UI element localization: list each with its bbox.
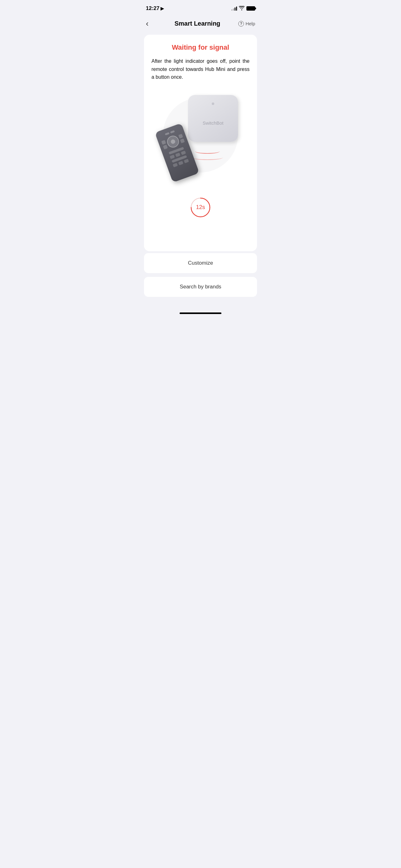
remote-side-right xyxy=(178,134,185,143)
remote-left-btn-1 xyxy=(161,140,166,145)
search-by-brands-label: Search by brands xyxy=(179,284,221,290)
hub-device: SwitchBot xyxy=(188,95,238,142)
timer-text: 12s xyxy=(196,204,205,211)
status-icons xyxy=(231,6,255,11)
waiting-title: Waiting for signal xyxy=(152,43,249,52)
remote-sq-btn-1 xyxy=(170,155,175,159)
location-icon: ▶ xyxy=(161,6,164,11)
device-illustration: SwitchBot xyxy=(157,89,244,189)
help-button[interactable]: ? Help xyxy=(233,21,255,27)
customize-label: Customize xyxy=(188,260,213,266)
remote-top-buttons xyxy=(165,130,175,135)
help-icon-label: ? xyxy=(240,22,242,26)
remote-sq-btn-3 xyxy=(181,151,186,155)
countdown-timer: 12s xyxy=(189,196,212,219)
page-title: Smart Learning xyxy=(162,20,233,27)
signal-bars-icon xyxy=(231,6,237,11)
remote-circle xyxy=(166,134,181,149)
remote-left-btn-2 xyxy=(163,145,168,149)
back-icon: ‹ xyxy=(146,19,149,28)
remote-sq-btn-6 xyxy=(184,159,189,163)
signal-waves xyxy=(195,149,223,161)
spacer xyxy=(152,225,249,244)
time-label: 12:27 xyxy=(146,5,159,11)
status-bar: 12:27 ▶ xyxy=(140,0,261,16)
back-button[interactable]: ‹ xyxy=(146,19,162,28)
remote-right-btn-1 xyxy=(178,134,183,138)
remote-btn-1 xyxy=(165,132,170,135)
main-card: Waiting for signal After the light indic… xyxy=(144,35,257,251)
remote-sq-btn-4 xyxy=(173,163,178,167)
status-time: 12:27 ▶ xyxy=(146,5,164,11)
hub-indicator-dot xyxy=(212,102,214,105)
remote-right-btn-2 xyxy=(180,138,185,143)
home-indicator xyxy=(179,312,222,314)
battery-fill xyxy=(247,7,255,10)
wifi-icon xyxy=(239,6,244,11)
nav-bar: ‹ Smart Learning ? Help xyxy=(140,16,261,33)
remote-bottom-buttons xyxy=(168,147,189,167)
instruction-text: After the light indicator goes off, poin… xyxy=(152,57,249,81)
remote-sq-btn-5 xyxy=(178,161,183,165)
signal-wave-2 xyxy=(192,155,223,160)
customize-button[interactable]: Customize xyxy=(144,253,257,273)
search-by-brands-button[interactable]: Search by brands xyxy=(144,277,257,297)
signal-wave-1 xyxy=(195,149,220,154)
remote-btn-2 xyxy=(170,130,175,133)
signal-bar-2 xyxy=(233,8,234,11)
bottom-section: Customize Search by brands xyxy=(140,253,261,310)
hub-label: SwitchBot xyxy=(203,120,224,126)
remote-circle-inner xyxy=(170,139,176,144)
remote-sq-btn-2 xyxy=(175,153,180,157)
signal-bar-4 xyxy=(236,6,237,11)
help-label: Help xyxy=(245,21,255,26)
signal-bar-1 xyxy=(231,9,232,11)
help-circle-icon: ? xyxy=(238,21,244,27)
battery-icon xyxy=(246,6,255,11)
signal-bar-3 xyxy=(235,7,235,11)
